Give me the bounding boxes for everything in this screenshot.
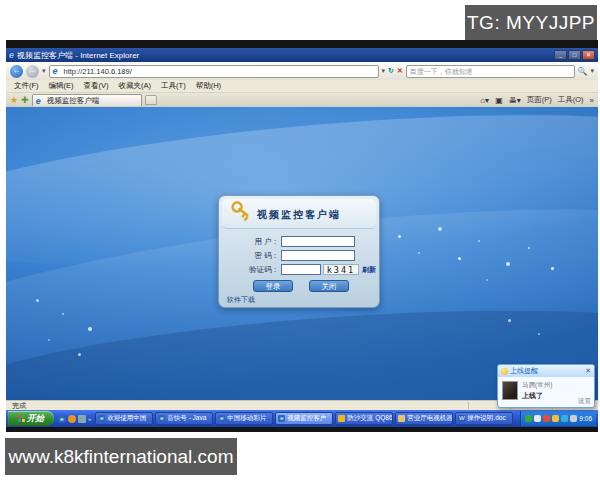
- back-button[interactable]: ←: [10, 65, 23, 78]
- bubble-decoration: [88, 327, 92, 331]
- tray-icon[interactable]: [552, 415, 559, 422]
- menu-help[interactable]: 帮助(H): [196, 81, 221, 91]
- chevron-icon[interactable]: »: [590, 96, 594, 105]
- tools-menu[interactable]: 工具(O): [558, 95, 584, 105]
- captcha-image: k341: [323, 264, 359, 275]
- menu-tools[interactable]: 工具(T): [161, 81, 186, 91]
- search-input[interactable]: [406, 65, 575, 78]
- url-field[interactable]: e http://211.140.6.189/: [49, 65, 379, 78]
- url-text: http://211.140.6.189/: [64, 67, 132, 76]
- login-dialog: 视频监控客户端 用 户： 密 码： 验证码： k341 刷新 登录 关闭 软件: [218, 195, 380, 308]
- tray-icon[interactable]: [543, 415, 550, 422]
- system-tray: 9:06: [520, 411, 596, 426]
- ie-icon: e: [98, 415, 105, 422]
- page-menu[interactable]: 页面(P): [527, 95, 552, 105]
- history-dropdown-icon[interactable]: ▾: [42, 67, 46, 75]
- bubble-decoration: [48, 339, 50, 341]
- online-reminder-popup: 上线提醒 ✕ 马腾(常州) 上线了 设置: [497, 364, 595, 408]
- bubble-decoration: [418, 252, 420, 254]
- taskbar: 开始 e » e欢迎使用中国 e音快号 - Java e中国移动彩片 e视频监控…: [6, 410, 598, 427]
- bubble-decoration: [528, 247, 530, 249]
- captcha-field[interactable]: [281, 264, 321, 275]
- task-button[interactable]: W操作说明.doc: [455, 412, 513, 425]
- password-label: 密 码：: [219, 251, 281, 261]
- task-button[interactable]: 防沙交流 QQ86: [335, 412, 393, 425]
- login-button[interactable]: 登录: [253, 280, 293, 292]
- task-button[interactable]: 营业厅电视机器材: [395, 412, 453, 425]
- forward-button[interactable]: →: [26, 65, 39, 78]
- software-download-link[interactable]: 软件下载: [227, 295, 255, 305]
- bubble-decoration: [538, 333, 540, 335]
- status-text: 完成: [12, 401, 26, 411]
- contact-name[interactable]: 马腾(常州): [522, 381, 552, 390]
- show-desktop-icon[interactable]: [78, 415, 86, 423]
- captcha-label: 验证码：: [219, 265, 281, 275]
- add-favorite-icon[interactable]: ✚: [21, 95, 29, 105]
- window-titlebar: e 视频监控客户端 - Internet Explorer _ □ ✕: [6, 48, 598, 62]
- contact-avatar[interactable]: [502, 381, 518, 400]
- quick-launch-app-icon[interactable]: [68, 415, 76, 423]
- tab-ie-icon: e: [36, 96, 41, 106]
- captcha-refresh-link[interactable]: 刷新: [362, 265, 376, 275]
- popup-settings-link[interactable]: 设置: [578, 397, 591, 406]
- quick-launch-chevron-icon[interactable]: »: [88, 416, 91, 422]
- bubble-decoration: [78, 353, 81, 356]
- search-icon[interactable]: 🔍: [578, 67, 588, 76]
- command-bar: ⌂▾ ▣ 🖶▾ 页面(P) 工具(O) »: [480, 95, 594, 105]
- quick-launch: e »: [56, 415, 93, 423]
- start-button[interactable]: 开始: [8, 411, 54, 426]
- menu-view[interactable]: 查看(V): [84, 81, 109, 91]
- volume-icon[interactable]: [570, 415, 577, 422]
- bubble-decoration: [438, 227, 442, 231]
- password-field[interactable]: [281, 250, 355, 261]
- user-label: 用 户：: [219, 237, 281, 247]
- address-dropdown-icon[interactable]: ▾: [382, 67, 386, 75]
- bubble-decoration: [398, 235, 401, 238]
- tray-icon[interactable]: [525, 415, 532, 422]
- task-button[interactable]: e中国移动彩片: [215, 412, 273, 425]
- task-button-active[interactable]: e视频监控客户: [275, 412, 333, 425]
- ie-icon: e: [9, 50, 14, 60]
- clock: 9:06: [579, 415, 592, 422]
- quick-launch-ie-icon[interactable]: e: [58, 415, 66, 423]
- print-icon[interactable]: 🖶▾: [509, 96, 521, 105]
- folder-icon: [398, 415, 405, 422]
- bubble-decoration: [62, 313, 64, 315]
- task-button[interactable]: e音快号 - Java: [155, 412, 213, 425]
- tray-icon[interactable]: [534, 415, 541, 422]
- menu-favorites[interactable]: 收藏夹(A): [119, 81, 152, 91]
- word-doc-icon: W: [458, 415, 465, 422]
- tab-bar: ★ ✚ e 视频监控客户端 ⌂▾ ▣ 🖶▾ 页面(P) 工具(O) »: [6, 93, 598, 107]
- menu-file[interactable]: 文件(F): [14, 81, 39, 91]
- maximize-button[interactable]: □: [568, 50, 581, 60]
- popup-close-icon[interactable]: ✕: [585, 367, 591, 375]
- new-tab-button[interactable]: [145, 95, 157, 105]
- watermark-bottom-left: www.k8kfinternational.com: [5, 438, 237, 475]
- bubble-decoration: [478, 240, 480, 242]
- bubble-decoration: [506, 262, 510, 266]
- tab-video-client[interactable]: e 视频监控客户端: [32, 94, 142, 106]
- popup-title: 上线提醒: [510, 366, 538, 376]
- username-field[interactable]: [281, 236, 355, 247]
- task-button[interactable]: e欢迎使用中国: [95, 412, 153, 425]
- menu-edit[interactable]: 编辑(E): [49, 81, 74, 91]
- close-button[interactable]: ✕: [582, 50, 595, 60]
- qq-tray-icon[interactable]: [561, 415, 568, 422]
- captcha-row: 验证码： k341 刷新: [219, 264, 379, 275]
- favorites-star-icon[interactable]: ★: [10, 95, 18, 105]
- ie-icon: e: [278, 415, 285, 422]
- ie-icon: e: [158, 415, 165, 422]
- minimize-button[interactable]: _: [554, 50, 567, 60]
- search-options-icon[interactable]: ▾: [590, 67, 594, 75]
- login-title: 视频监控客户端: [219, 208, 379, 222]
- window-title: 视频监控客户端 - Internet Explorer: [17, 50, 139, 61]
- password-row: 密 码：: [219, 250, 379, 261]
- refresh-icon[interactable]: ↻: [388, 67, 394, 75]
- home-icon[interactable]: ⌂▾: [480, 96, 489, 105]
- close-dialog-button[interactable]: 关闭: [309, 280, 349, 292]
- stop-icon[interactable]: ✕: [397, 67, 403, 75]
- rss-icon[interactable]: ▣: [495, 96, 503, 105]
- bubble-decoration: [458, 257, 461, 260]
- tab-label: 视频监控客户端: [47, 96, 100, 106]
- menu-bar: 文件(F) 编辑(E) 查看(V) 收藏夹(A) 工具(T) 帮助(H): [6, 80, 598, 93]
